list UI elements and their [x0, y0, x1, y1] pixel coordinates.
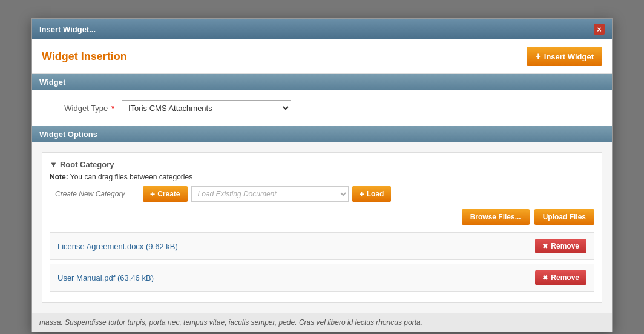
modal-overlay: Insert Widget... × Widget Insertion Inse…	[0, 0, 644, 18]
